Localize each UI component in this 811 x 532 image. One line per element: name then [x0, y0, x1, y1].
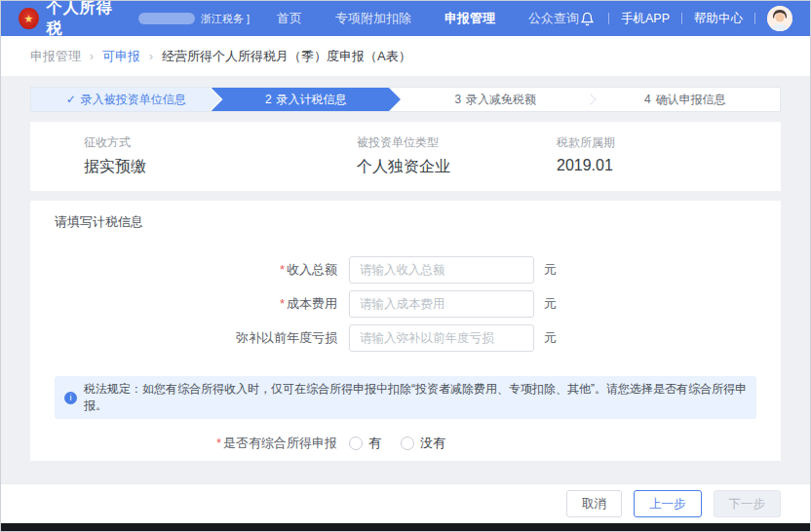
org-suffix-label: 浙江税务 ]: [201, 12, 250, 26]
breadcrumb-declaration-management[interactable]: 申报管理: [30, 48, 81, 65]
step-3-number: 3: [454, 93, 461, 106]
required-mark: *: [280, 296, 285, 311]
summary-value: 个人独资企业: [357, 157, 557, 177]
notification-bell-icon[interactable]: [579, 10, 597, 27]
nav-item-home[interactable]: 首页: [277, 10, 302, 27]
summary-label: 税款所属期: [557, 134, 615, 151]
tax-law-notice-banner: i 税法规定：如您有综合所得收入时，仅可在综合所得申报中扣除“投资者减除费用、专…: [55, 376, 756, 419]
nav-item-declaration-management[interactable]: 申报管理: [444, 10, 495, 27]
app-title: 个人所得税: [47, 0, 125, 39]
required-mark: *: [280, 262, 285, 277]
header-divider: [608, 13, 609, 24]
summary-label: 征收方式: [84, 134, 357, 151]
brand: ★ 个人所得税 浙江税务 ]: [19, 0, 250, 39]
form-section-title: 请填写计税信息: [55, 213, 781, 231]
form-row-prior-year-loss: 弥补以前年度亏损 元: [30, 324, 781, 352]
radio-option-yes[interactable]: 有: [349, 435, 381, 452]
unit-label: 元: [544, 295, 557, 313]
breadcrumb-declarable[interactable]: 可申报: [102, 48, 140, 65]
radio-label: 有: [368, 435, 381, 452]
field-label: *成本费用: [30, 295, 349, 313]
main-nav: 首页 专项附加扣除 申报管理 公众查询: [277, 10, 579, 27]
step-4-label: 确认申报信息: [656, 92, 726, 108]
redacted-text: [138, 13, 195, 24]
app-window: ★ 个人所得税 浙江税务 ] 首页 专项附加扣除 申报管理 公众查询 手机APP…: [0, 0, 811, 532]
radio-option-no[interactable]: 没有: [401, 435, 445, 452]
step-2-number: 2: [265, 93, 272, 106]
prior-year-loss-input[interactable]: [349, 324, 534, 352]
step-1-check-icon: ✓: [66, 93, 76, 106]
top-header: ★ 个人所得税 浙江税务 ] 首页 专项附加扣除 申报管理 公众查询 手机APP…: [1, 1, 810, 36]
breadcrumb-separator: ›: [149, 50, 153, 63]
radio-circle-icon[interactable]: [401, 437, 414, 450]
help-center-link[interactable]: 帮助中心: [694, 11, 743, 27]
cost-expense-input[interactable]: [349, 290, 534, 318]
step-wizard: ✓ 录入被投资单位信息 2 录入计税信息 3 录入减免税额 4 确认申报信息: [30, 87, 781, 112]
declaration-summary-card: 征收方式 据实预缴 被投资单位类型 个人独资企业 税款所属期 2019.01: [30, 122, 781, 191]
nav-item-public-query[interactable]: 公众查询: [528, 10, 579, 27]
total-income-input[interactable]: [349, 256, 534, 284]
user-avatar[interactable]: [767, 6, 792, 31]
info-icon: i: [64, 392, 77, 404]
summary-collection-method: 征收方式 据实预缴: [84, 134, 357, 177]
notice-text: 税法规定：如您有综合所得收入时，仅可在综合所得申报中扣除“投资者减除费用、专项扣…: [84, 381, 747, 414]
national-emblem-logo: ★: [19, 8, 39, 29]
required-mark: *: [216, 436, 221, 450]
mobile-app-link[interactable]: 手机APP: [621, 11, 670, 27]
step-1-label: 录入被投资单位信息: [81, 92, 186, 108]
breadcrumb: 申报管理 › 可申报 › 经营所得个人所得税月（季）度申报（A表）: [1, 36, 810, 77]
step-1-investee-info: ✓ 录入被投资单位信息: [31, 88, 221, 111]
header-divider: [754, 13, 755, 24]
summary-value: 据实预缴: [84, 157, 357, 177]
next-step-button[interactable]: 下一步: [714, 490, 782, 517]
unit-label: 元: [544, 329, 557, 347]
field-label: 弥补以前年度亏损: [30, 329, 349, 347]
footer-action-bar: 取消 上一步 下一步: [1, 484, 810, 523]
summary-investee-type: 被投资单位类型 个人独资企业: [357, 134, 557, 177]
summary-value: 2019.01: [557, 157, 615, 174]
form-rows: *收入总额 元 *成本费用 元 弥补以前年度亏损 元: [30, 256, 781, 352]
field-label: *收入总额: [30, 261, 349, 279]
radio-label: 没有: [420, 435, 445, 452]
breadcrumb-current-page: 经营所得个人所得税月（季）度申报（A表）: [162, 48, 411, 65]
tax-calc-form-card: 请填写计税信息 *收入总额 元 *成本费用 元 弥补以前年度亏损 元: [30, 201, 781, 461]
bottom-dark-strip: [1, 523, 810, 531]
unit-label: 元: [544, 261, 557, 279]
step-4-number: 4: [644, 93, 651, 106]
step-3-label: 录入减免税额: [466, 92, 536, 108]
breadcrumb-separator: ›: [90, 50, 94, 63]
summary-tax-period: 税款所属期 2019.01: [557, 134, 615, 177]
summary-label: 被投资单位类型: [357, 134, 557, 151]
field-label: *是否有综合所得申报: [30, 435, 349, 452]
header-divider: [681, 13, 682, 24]
form-row-cost-expense: *成本费用 元: [30, 290, 781, 318]
previous-step-button[interactable]: 上一步: [634, 490, 702, 517]
step-4-confirm-declaration: 4 确认申报信息: [591, 88, 781, 111]
step-3-tax-reduction: 3 录入减免税额: [401, 88, 591, 111]
comprehensive-income-radio-row: *是否有综合所得申报 有 没有: [30, 435, 781, 452]
radio-circle-icon[interactable]: [349, 437, 363, 450]
nav-item-special-deductions[interactable]: 专项附加扣除: [335, 10, 411, 27]
cancel-button[interactable]: 取消: [566, 490, 622, 517]
header-right: 手机APP 帮助中心: [579, 6, 792, 31]
main-content: ✓ 录入被投资单位信息 2 录入计税信息 3 录入减免税额 4 确认申报信息 征…: [1, 77, 810, 461]
step-2-label: 录入计税信息: [277, 92, 347, 108]
step-2-tax-calc-info: 2 录入计税信息: [212, 88, 402, 111]
form-row-total-income: *收入总额 元: [30, 256, 781, 284]
